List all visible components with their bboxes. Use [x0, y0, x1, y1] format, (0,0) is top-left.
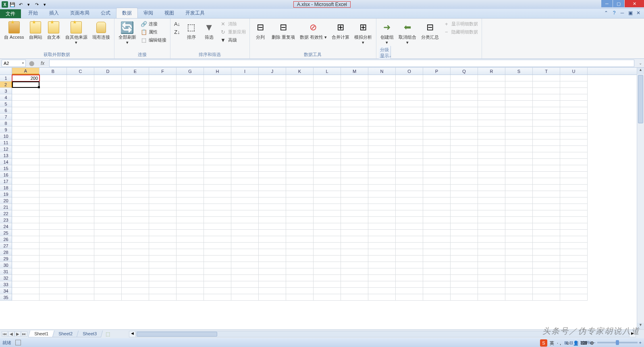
undo-icon[interactable]: ↶	[17, 1, 24, 8]
group-label: 分级显示	[379, 46, 391, 59]
tab-home[interactable]: 开始	[23, 8, 44, 18]
subtotal-button[interactable]: ⊟分类汇总	[420, 20, 440, 41]
edit-links-button[interactable]: ⬚编辑链接	[139, 36, 168, 44]
sort-asc-button[interactable]: A↓	[173, 20, 182, 27]
advanced-filter-button[interactable]: ▼高级	[219, 36, 247, 44]
from-access-button[interactable]: 自 Access	[2, 20, 26, 41]
clear-filter-button[interactable]: ✕清除	[219, 20, 247, 27]
ungroup-button[interactable]: ⬅取消组合▾	[397, 20, 418, 46]
name-box[interactable]: A2	[2, 60, 26, 67]
from-web-button[interactable]: 自网站	[27, 20, 44, 41]
tab-file[interactable]: 文件	[0, 9, 21, 18]
qat-more-icon[interactable]: ▾	[41, 1, 48, 8]
remove-dup-button[interactable]: ⊟删除 重复项	[270, 20, 297, 41]
formula-bar: A2 ⬤ fx ⌄	[0, 59, 644, 68]
quick-access-toolbar: X 💾 ↶ ▾ ↷ ▾	[0, 1, 48, 8]
close-button[interactable]: ✕	[625, 0, 644, 7]
ribbon-minimize-icon[interactable]: ⌃	[603, 10, 609, 16]
tab-formulas[interactable]: 公式	[95, 8, 116, 18]
qat-dropdown-icon[interactable]: ▾	[25, 1, 32, 8]
workbook-restore-icon[interactable]: ▣	[627, 10, 634, 16]
group-label: 获取外部数据	[2, 51, 112, 58]
from-other-button[interactable]: 自其他来源▾	[64, 20, 89, 46]
minimize-button[interactable]: ─	[601, 0, 613, 7]
group-outline: ➜创建组▾ ⬅取消组合▾ ⊟分类汇总 +显示明细数据 −隐藏明细数据 分级显示	[376, 19, 482, 58]
group-sort-filter: A↓ Z↓ ⬚排序 ▼筛选 ✕清除 ↻重新应用 ▼高级 排序和筛选	[170, 19, 250, 58]
group-label: 连接	[117, 51, 168, 58]
filter-button[interactable]: ▼筛选	[201, 20, 217, 41]
tab-view[interactable]: 视图	[159, 8, 180, 18]
ribbon-right-controls: ⌃ ? ─ ▣ ✕	[603, 10, 642, 16]
ribbon: 自 Access 自网站 自文本 自其他来源▾ 现有连接 获取外部数据 🔄全部刷…	[0, 19, 644, 59]
help-icon[interactable]: ?	[611, 10, 617, 16]
tab-devtools[interactable]: 开发工具	[180, 8, 210, 18]
group-data-tools: ⊟分列 ⊟删除 重复项 ⊘数据 有效性 ▾ ⊞合并计算 ⊞模拟分析▾ 数据工具	[250, 19, 376, 58]
fx-icon[interactable]: fx	[38, 60, 47, 66]
connections-button[interactable]: 🔗连接	[139, 20, 168, 27]
group-external-data: 自 Access 自网站 自文本 自其他来源▾ 现有连接 获取外部数据	[0, 19, 114, 58]
window-controls: ─ ▢ ✕	[601, 0, 644, 8]
consolidate-button[interactable]: ⊞合并计算	[330, 20, 351, 41]
fx-cancel-icon[interactable]: ⬤	[27, 60, 36, 66]
tab-review[interactable]: 审阅	[138, 8, 159, 18]
window-title: A.xlsx - Microsoft Excel	[293, 1, 351, 8]
tab-layout[interactable]: 页面布局	[64, 8, 95, 18]
from-text-button[interactable]: 自文本	[46, 20, 62, 41]
sort-desc-button[interactable]: Z↓	[173, 28, 182, 35]
refresh-all-button[interactable]: 🔄全部刷新▾	[117, 20, 138, 46]
data-validation-button[interactable]: ⊘数据 有效性 ▾	[298, 20, 328, 41]
properties-button[interactable]: 📋属性	[139, 28, 168, 35]
existing-conn-button[interactable]: 现有连接	[91, 20, 112, 41]
group-button[interactable]: ➜创建组▾	[379, 20, 395, 46]
maximize-button[interactable]: ▢	[613, 0, 624, 7]
excel-logo-icon: X	[2, 1, 8, 8]
show-detail-button[interactable]: +显示明细数据	[442, 20, 479, 27]
ribbon-tabs: 文件 开始 插入 页面布局 公式 数据 审阅 视图 开发工具 ⌃ ? ─ ▣ ✕	[0, 9, 644, 19]
hide-detail-button[interactable]: −隐藏明细数据	[442, 28, 479, 35]
workbook-minimize-icon[interactable]: ─	[619, 10, 625, 16]
group-label: 数据工具	[252, 51, 374, 58]
save-icon[interactable]: 💾	[9, 1, 16, 8]
title-bar: X 💾 ↶ ▾ ↷ ▾ A.xlsx - Microsoft Excel ─ ▢…	[0, 0, 644, 9]
group-label: 排序和筛选	[173, 51, 247, 58]
tab-data[interactable]: 数据	[116, 8, 138, 18]
sort-button[interactable]: ⬚排序	[183, 20, 199, 41]
group-connections: 🔄全部刷新▾ 🔗连接 📋属性 ⬚编辑链接 连接	[114, 19, 170, 58]
workbook-close-icon[interactable]: ✕	[635, 10, 642, 16]
reapply-button[interactable]: ↻重新应用	[219, 28, 247, 35]
text-to-columns-button[interactable]: ⊟分列	[252, 20, 268, 41]
redo-icon[interactable]: ↷	[33, 1, 40, 8]
formula-expand-icon[interactable]: ⌄	[637, 61, 644, 65]
whatif-button[interactable]: ⊞模拟分析▾	[353, 20, 374, 46]
tab-insert[interactable]: 插入	[44, 8, 64, 18]
formula-input[interactable]	[49, 60, 634, 67]
